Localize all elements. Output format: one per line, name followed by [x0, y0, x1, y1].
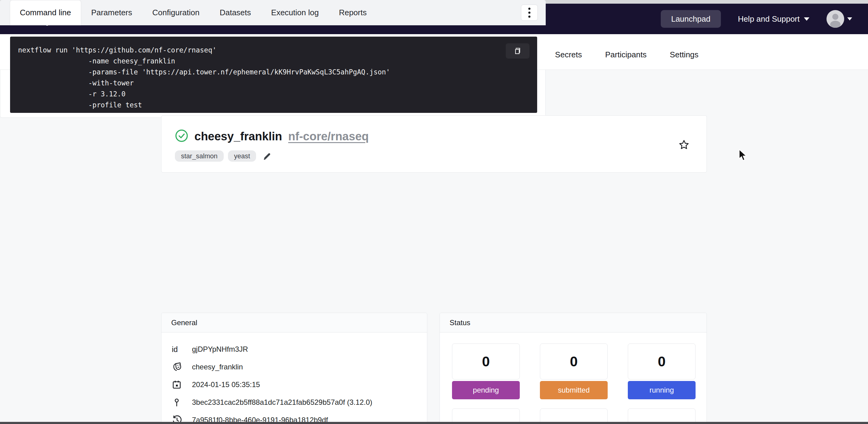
- tab-command-line[interactable]: Command line: [10, 0, 81, 25]
- status-card-header: Status: [440, 313, 707, 332]
- label-pill[interactable]: yeast: [228, 151, 256, 162]
- edit-labels-button[interactable]: [260, 151, 272, 161]
- tab-participants[interactable]: Participants: [597, 50, 655, 70]
- tab-secrets[interactable]: Secrets: [547, 50, 590, 70]
- chevron-down-icon: [847, 18, 852, 21]
- start-date-value: 2024-01-15 05:35:15: [192, 380, 260, 389]
- success-check-icon: [175, 129, 188, 144]
- avatar: [827, 10, 844, 28]
- copy-icon: [513, 47, 522, 55]
- user-menu[interactable]: [827, 10, 852, 28]
- command-line-text: nextflow run 'https://github.com/nf-core…: [18, 44, 537, 110]
- launchpad-button[interactable]: Launchpad: [661, 10, 721, 28]
- running-count: 0: [658, 353, 665, 370]
- id-label: id: [172, 345, 192, 354]
- star-icon: [679, 139, 689, 151]
- general-row-run-name: cheesy_franklin: [172, 358, 427, 376]
- tab-parameters[interactable]: Parameters: [81, 0, 142, 25]
- tab-reports[interactable]: Reports: [329, 0, 377, 25]
- pending-badge: pending: [452, 381, 520, 399]
- run-head: cheesy_franklin nf-core/rnaseq: [175, 129, 707, 144]
- general-rows: id gjDPYpNHfm3JR cheesy_franklin: [161, 332, 427, 424]
- copy-button[interactable]: [506, 43, 530, 59]
- run-name-value: cheesy_franklin: [192, 363, 243, 371]
- pipeline-link[interactable]: nf-core/rnaseq: [288, 130, 369, 143]
- run-summary-card: cheesy_franklin nf-core/rnaseq star_salm…: [161, 115, 707, 173]
- favorite-star-button[interactable]: [679, 139, 689, 151]
- kebab-icon: [528, 8, 530, 10]
- submitted-count: 0: [570, 353, 578, 370]
- pencil-icon: [262, 151, 272, 161]
- tab-settings[interactable]: Settings: [662, 50, 707, 70]
- commit-value: 3bec2331cac2b5ff88a1dc71a21fab6529b57a0f…: [192, 398, 372, 406]
- general-card-header: General: [161, 313, 427, 332]
- tab-datasets[interactable]: Datasets: [210, 0, 261, 25]
- label-pill[interactable]: star_salmon: [175, 151, 224, 162]
- status-grid: 0 pending 0 0 submitted 195 0: [440, 332, 707, 424]
- commit-icon: [172, 397, 192, 407]
- run-labels: star_salmon yeast: [175, 151, 707, 162]
- running-badge: running: [628, 381, 695, 399]
- mouse-cursor: [738, 149, 748, 162]
- submitted-badge: submitted: [540, 381, 608, 399]
- command-line-panel: nextflow run 'https://github.com/nf-core…: [0, 25, 546, 118]
- screen: seqera Launchpad Help and Support: [0, 0, 868, 424]
- calendar-icon: [172, 380, 192, 390]
- help-and-support-menu[interactable]: Help and Support: [738, 14, 809, 24]
- chevron-down-icon: [804, 18, 809, 21]
- general-card: General id gjDPYpNHfm3JR cheesy_franklin: [161, 313, 427, 424]
- run-id-value: gjDPYpNHfm3JR: [192, 345, 248, 354]
- pending-count: 0: [482, 353, 490, 370]
- status-tile: 0: [452, 344, 520, 380]
- status-card: Status 0 pending 0 0 submitted 195: [439, 313, 707, 424]
- general-row-id: id gjDPYpNHfm3JR: [172, 340, 427, 358]
- status-col-running: 0 running 0: [628, 344, 695, 424]
- general-row-date: 2024-01-15 05:35:15: [172, 376, 427, 393]
- status-col-submitted: 0 submitted 195: [540, 344, 608, 424]
- window-bottom-strip: [0, 422, 868, 424]
- run-details-panel: Command line Parameters Configuration Da…: [0, 0, 546, 118]
- run-name: cheesy_franklin: [194, 130, 282, 143]
- more-options-button[interactable]: [521, 5, 538, 21]
- status-tile: 0: [628, 344, 695, 380]
- status-col-pending: 0 pending 0: [452, 344, 520, 424]
- navbar-right: Launchpad Help and Support: [661, 10, 852, 28]
- tab-configuration[interactable]: Configuration: [142, 0, 210, 25]
- help-and-support-label: Help and Support: [738, 14, 800, 24]
- tab-execution-log[interactable]: Execution log: [261, 0, 329, 25]
- status-tile: 0: [540, 344, 608, 380]
- detail-tab-bar: Command line Parameters Configuration Da…: [0, 0, 546, 25]
- command-line-block: nextflow run 'https://github.com/nf-core…: [10, 37, 537, 113]
- general-row-commit: 3bec2331cac2b5ff88a1dc71a21fab6529b57a0f…: [172, 393, 427, 411]
- theater-masks-icon: [172, 362, 192, 372]
